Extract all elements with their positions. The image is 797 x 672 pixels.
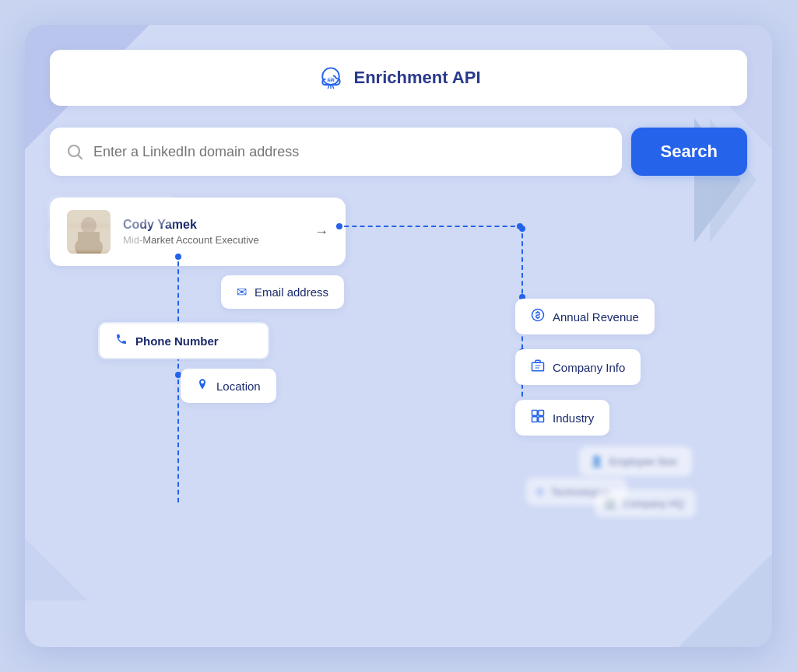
svg-rect-21 (532, 417, 538, 422)
dashed-line-top (336, 226, 523, 227)
chip-phone: Phone Number (98, 322, 269, 359)
search-button[interactable]: Search (631, 128, 747, 176)
search-input[interactable] (93, 130, 606, 174)
dashed-line-left (177, 254, 179, 502)
search-icon (65, 142, 84, 161)
header-title: Enrichment API (354, 68, 481, 88)
chip-industry-label: Industry (553, 411, 594, 425)
dot-top-left (175, 254, 181, 260)
svg-rect-16 (535, 360, 540, 362)
phone-icon (115, 333, 128, 348)
header-bar: API Enrichment API (50, 50, 747, 106)
chip-location: Location (181, 369, 276, 403)
main-content: Cody Yamek Mid-Market Account Executive … (50, 198, 747, 571)
revenue-icon (531, 308, 545, 325)
search-row: Search (50, 128, 747, 176)
chip-blurred-company-hq: 🏢 Company HQ (595, 489, 696, 517)
chip-blurred-location (50, 198, 174, 226)
svg-rect-15 (532, 362, 544, 371)
empsize-icon: 👤 (590, 455, 603, 467)
chip-companyinfo-label: Company Info (553, 361, 625, 374)
person-job-title: Mid-Market Account Executive (123, 234, 259, 246)
svg-rect-20 (539, 411, 544, 416)
chip-revenue-label: Annual Revenue (553, 310, 639, 324)
svg-rect-22 (539, 417, 544, 422)
company-icon (531, 359, 545, 376)
dot-top-right (519, 226, 525, 232)
hq-icon: 🏢 (604, 498, 616, 509)
chip-phone-label: Phone Number (135, 334, 219, 348)
chip-email-label: Email address (255, 285, 328, 299)
chip-annual-revenue: Annual Revenue (515, 299, 655, 334)
outer-card: API Enrichment API Search (25, 25, 772, 647)
chip-industry: Industry (515, 400, 609, 436)
svg-line-9 (79, 156, 83, 159)
chip-email: ✉ Email address (221, 275, 344, 309)
email-icon: ✉ (237, 285, 247, 299)
chip-blurred-employee-size: 👤 Employee Size (579, 446, 692, 476)
tech-icon: ⚙ (535, 486, 545, 498)
arrow-icon: → (314, 224, 328, 240)
chip-location-label: Location (216, 380, 261, 393)
industry-icon (531, 409, 545, 426)
search-input-wrap (50, 128, 622, 176)
svg-rect-19 (532, 411, 538, 416)
location-icon (196, 378, 209, 394)
empsize-label: Employee Size (609, 456, 677, 467)
chip-blurred-phone (50, 226, 143, 254)
dot-h-left (336, 223, 342, 229)
api-cloud-icon: API (317, 64, 345, 92)
hq-label: Company HQ (623, 498, 684, 509)
chip-company-info: Company Info (515, 349, 641, 385)
svg-text:API: API (327, 78, 334, 82)
